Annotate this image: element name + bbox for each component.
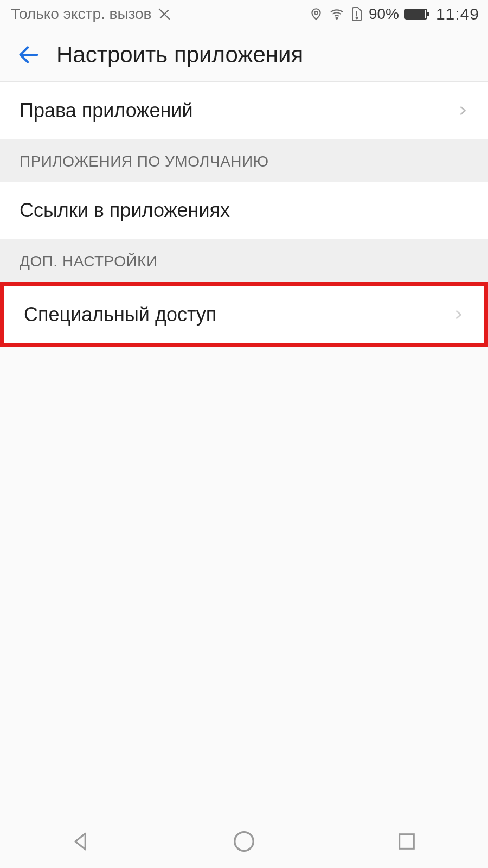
row-app-permissions[interactable]: Права приложений [0, 82, 488, 139]
location-icon [309, 7, 323, 21]
status-bar: Только экстр. вызов [0, 0, 488, 28]
sim-alert-icon [350, 7, 363, 22]
svg-marker-8 [75, 833, 85, 849]
wifi-icon [329, 7, 345, 21]
battery-icon [404, 8, 431, 21]
triangle-back-icon [69, 829, 93, 853]
svg-rect-10 [400, 834, 414, 848]
svg-point-1 [336, 17, 337, 19]
status-right: 90% 11:49 [309, 5, 479, 23]
svg-rect-6 [406, 10, 425, 18]
satellite-off-icon [157, 7, 171, 21]
row-label: Права приложений [20, 99, 193, 122]
nav-back-button[interactable] [65, 825, 98, 858]
battery-percent-text: 90% [369, 5, 399, 23]
chevron-right-icon [452, 305, 464, 324]
row-special-access[interactable]: Специальный доступ [4, 286, 484, 343]
highlight-frame: Специальный доступ [0, 282, 488, 347]
status-left: Только экстр. вызов [11, 5, 171, 23]
section-default-apps: ПРИЛОЖЕНИЯ ПО УМОЛЧАНИЮ [0, 139, 488, 182]
square-recents-icon [396, 831, 418, 852]
svg-point-0 [314, 11, 317, 14]
row-app-links[interactable]: Ссылки в приложениях [0, 182, 488, 239]
app-header: Настроить приложения [0, 28, 488, 82]
section-advanced: ДОП. НАСТРОЙКИ [0, 239, 488, 282]
nav-home-button[interactable] [228, 825, 260, 858]
back-button[interactable] [16, 42, 41, 67]
navigation-bar [0, 814, 488, 868]
circle-home-icon [232, 829, 256, 854]
network-status-text: Только экстр. вызов [11, 5, 152, 23]
nav-recents-button[interactable] [390, 825, 423, 858]
svg-point-9 [235, 832, 254, 851]
arrow-left-icon [16, 42, 41, 67]
chevron-right-icon [457, 101, 468, 120]
row-label: Ссылки в приложениях [20, 199, 230, 222]
page-title: Настроить приложения [56, 42, 303, 68]
clock-text: 11:49 [436, 5, 479, 23]
row-label: Специальный доступ [24, 303, 216, 326]
svg-point-3 [356, 17, 357, 19]
svg-rect-5 [427, 12, 429, 16]
